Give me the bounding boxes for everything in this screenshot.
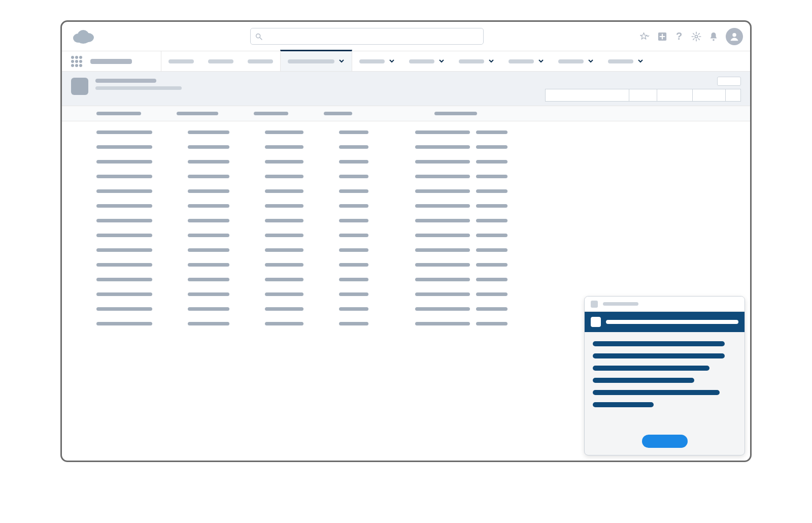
- table-row[interactable]: [96, 189, 750, 193]
- nav-tab-label: [608, 59, 633, 63]
- app-launcher-icon[interactable]: [71, 56, 82, 67]
- cell: [188, 278, 229, 281]
- nav-tab-7[interactable]: [501, 51, 551, 71]
- nav-tab-label: [208, 59, 233, 63]
- table-row[interactable]: [96, 160, 750, 164]
- nav-tab-label: [459, 59, 484, 63]
- table-row[interactable]: [96, 204, 750, 208]
- chevron-down-icon: [389, 57, 395, 66]
- svg-point-3: [77, 35, 90, 44]
- column-header-4[interactable]: [434, 112, 477, 115]
- svg-line-15: [698, 33, 699, 34]
- add-icon[interactable]: [658, 32, 667, 41]
- header-action-group: [545, 89, 741, 102]
- cell: [476, 219, 507, 222]
- header-action-mini[interactable]: [717, 77, 741, 86]
- cell: [96, 130, 152, 134]
- cell: [415, 160, 470, 164]
- search-icon: [255, 32, 263, 41]
- cell: [339, 219, 368, 222]
- panel-text-line: [593, 378, 694, 383]
- cell: [415, 307, 470, 311]
- panel-text-line: [593, 341, 725, 346]
- nav-tab-8[interactable]: [551, 51, 601, 71]
- nav-tab-3[interactable]: [280, 50, 352, 71]
- cell: [339, 292, 368, 296]
- nav-tab-1[interactable]: [201, 51, 241, 71]
- cell: [265, 292, 303, 296]
- cell: [96, 322, 152, 325]
- svg-point-4: [256, 34, 260, 38]
- nav-tab-5[interactable]: [402, 51, 452, 71]
- nav-tab-label: [288, 59, 334, 63]
- nav-tab-label: [248, 59, 273, 63]
- panel-action-button[interactable]: [642, 435, 688, 448]
- nav-tab-4[interactable]: [352, 51, 402, 71]
- help-icon[interactable]: ?: [674, 31, 684, 42]
- favorite-icon[interactable]: [639, 32, 650, 41]
- table-row[interactable]: [96, 292, 750, 296]
- nav-tab-label: [359, 59, 385, 63]
- profile-avatar[interactable]: [726, 28, 743, 45]
- utility-panel-subject-label: [606, 320, 738, 324]
- settings-icon[interactable]: [691, 31, 701, 42]
- table-row[interactable]: [96, 175, 750, 178]
- header-action-3[interactable]: [693, 89, 726, 102]
- cell: [96, 307, 152, 311]
- table-row[interactable]: [96, 263, 750, 267]
- nav-tab-6[interactable]: [452, 51, 501, 71]
- header-action-2[interactable]: [657, 89, 693, 102]
- column-header-3[interactable]: [324, 112, 352, 115]
- notifications-icon[interactable]: [709, 31, 718, 42]
- cell: [339, 130, 368, 134]
- table-row[interactable]: [96, 278, 750, 281]
- cell: [415, 175, 470, 178]
- cell: [265, 263, 303, 267]
- utility-panel-titlebar[interactable]: [585, 297, 745, 312]
- column-header-1[interactable]: [177, 112, 218, 115]
- cell: [96, 292, 152, 296]
- table-row[interactable]: [96, 130, 750, 134]
- cell: [265, 219, 303, 222]
- utility-panel-title: [603, 302, 638, 306]
- table-row[interactable]: [96, 145, 750, 149]
- search-input[interactable]: [263, 32, 479, 41]
- header-action-0[interactable]: [545, 89, 629, 102]
- svg-point-18: [732, 32, 736, 37]
- cell: [96, 145, 152, 149]
- table-row[interactable]: [96, 248, 750, 252]
- chevron-down-icon: [538, 57, 544, 66]
- app-name: [90, 59, 132, 64]
- cell: [415, 292, 470, 296]
- cell: [415, 278, 470, 281]
- chevron-down-icon: [339, 57, 345, 66]
- utility-panel-subject-icon: [591, 317, 601, 327]
- cell: [265, 322, 303, 325]
- nav-tab-0[interactable]: [161, 51, 201, 71]
- cell: [96, 263, 152, 267]
- cell: [96, 248, 152, 252]
- column-header-0[interactable]: [96, 112, 141, 115]
- table-row[interactable]: [96, 219, 750, 222]
- cell: [265, 160, 303, 164]
- cell: [188, 248, 229, 252]
- cell: [415, 322, 470, 325]
- cell: [96, 234, 152, 237]
- cell: [188, 307, 229, 311]
- header-action-4[interactable]: [726, 89, 741, 102]
- table-row[interactable]: [96, 234, 750, 237]
- cell: [476, 175, 507, 178]
- svg-line-16: [693, 39, 694, 40]
- column-header-2[interactable]: [254, 112, 288, 115]
- cell: [188, 189, 229, 193]
- header-action-1[interactable]: [629, 89, 657, 102]
- cell: [188, 204, 229, 208]
- nav-tab-9[interactable]: [601, 51, 651, 71]
- utility-panel-subject[interactable]: [585, 312, 745, 332]
- table-header: [62, 106, 750, 121]
- cell: [415, 189, 470, 193]
- cell: [476, 130, 507, 134]
- global-search[interactable]: [250, 28, 484, 45]
- nav-tab-2[interactable]: [241, 51, 280, 71]
- nav-tab-label: [409, 59, 434, 63]
